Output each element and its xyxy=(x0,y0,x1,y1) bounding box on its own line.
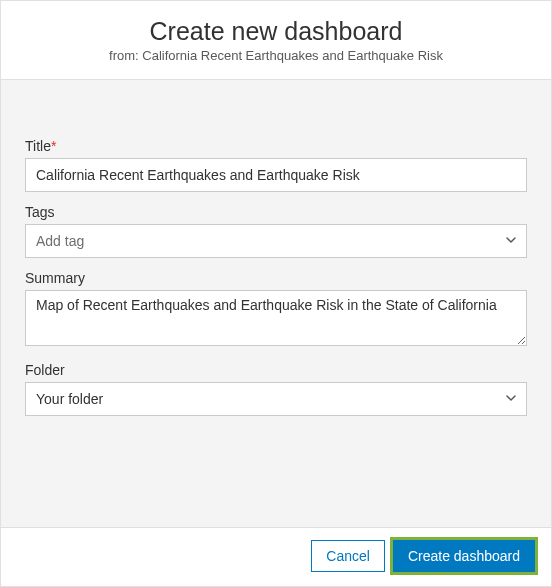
folder-select[interactable]: Your folder xyxy=(25,382,527,416)
summary-label: Summary xyxy=(25,270,527,286)
modal-footer: Cancel Create dashboard xyxy=(1,527,551,586)
modal-title: Create new dashboard xyxy=(21,17,531,46)
modal-header: Create new dashboard from: California Re… xyxy=(1,1,551,80)
title-label: Title* xyxy=(25,138,527,154)
folder-value: Your folder xyxy=(36,391,103,407)
cancel-button[interactable]: Cancel xyxy=(311,540,385,572)
title-label-text: Title xyxy=(25,138,51,154)
folder-label: Folder xyxy=(25,362,527,378)
create-dashboard-modal: Create new dashboard from: California Re… xyxy=(0,0,552,587)
title-input[interactable] xyxy=(25,158,527,192)
modal-body: Title* Tags Add tag Summary Map of Recen… xyxy=(1,80,551,527)
tags-placeholder: Add tag xyxy=(36,233,84,249)
from-prefix: from: xyxy=(109,48,142,63)
tags-field: Tags Add tag xyxy=(25,204,527,258)
folder-field: Folder Your folder xyxy=(25,362,527,416)
summary-input[interactable]: Map of Recent Earthquakes and Earthquake… xyxy=(25,290,527,346)
tags-label: Tags xyxy=(25,204,527,220)
from-name: California Recent Earthquakes and Earthq… xyxy=(142,48,443,63)
summary-field: Summary Map of Recent Earthquakes and Ea… xyxy=(25,270,527,350)
tags-select-wrap: Add tag xyxy=(25,224,527,258)
folder-select-wrap: Your folder xyxy=(25,382,527,416)
title-field: Title* xyxy=(25,138,527,192)
tags-input[interactable]: Add tag xyxy=(25,224,527,258)
create-dashboard-button[interactable]: Create dashboard xyxy=(393,540,535,572)
modal-subtitle: from: California Recent Earthquakes and … xyxy=(21,48,531,63)
required-mark: * xyxy=(51,138,56,154)
